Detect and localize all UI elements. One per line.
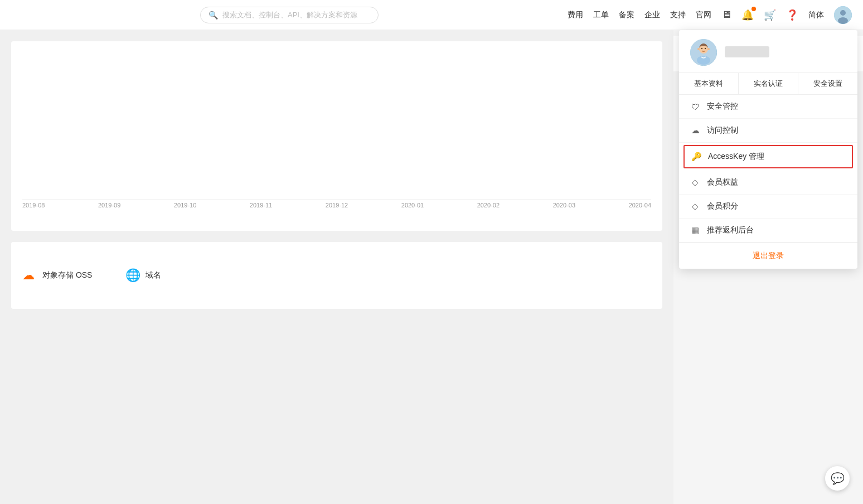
menu-access-control-label: 访问控制 xyxy=(707,125,738,135)
oss-icon: ☁ xyxy=(22,268,37,283)
search-icon: 🔍 xyxy=(209,11,218,20)
menu-access-control[interactable]: ☁ 访问控制 xyxy=(679,119,857,143)
lang-switch[interactable]: 简体 xyxy=(808,10,824,20)
logout-button[interactable]: 退出登录 xyxy=(679,243,857,269)
key-icon: 🔑 xyxy=(691,152,701,162)
svg-point-13 xyxy=(705,48,706,49)
notification-badge xyxy=(752,7,756,11)
svg-point-11 xyxy=(697,56,710,65)
menu-referral[interactable]: ▦ 推荐返利后台 xyxy=(679,219,857,243)
service-oss[interactable]: ☁ 对象存储 OSS xyxy=(22,268,92,283)
domain-label: 域名 xyxy=(146,270,161,280)
chart-baseline xyxy=(22,200,651,200)
svg-point-2 xyxy=(838,17,848,24)
service-domain[interactable]: 🌐 域名 xyxy=(125,268,161,283)
user-dropdown-menu: 基本资料 实名认证 安全设置 🛡 安全管控 ☁ 访问控制 🔑 AccessKey… xyxy=(679,30,857,269)
nav-fee[interactable]: 费用 xyxy=(568,10,583,20)
nav-support[interactable]: 支持 xyxy=(670,10,686,20)
monitor-icon[interactable]: 🖥 xyxy=(721,9,731,21)
cloud-access-icon: ☁ xyxy=(690,125,700,135)
notification-icon[interactable]: 🔔 xyxy=(741,9,754,21)
dropdown-tabs: 基本资料 实名认证 安全设置 xyxy=(679,73,857,95)
menu-member-benefits[interactable]: ◇ 会员权益 xyxy=(679,171,857,195)
diamond-icon: ◇ xyxy=(690,177,700,187)
search-bar[interactable]: 🔍 搜索文档、控制台、API、解决方案和资源 xyxy=(200,7,379,23)
dropdown-avatar xyxy=(690,39,717,66)
nav-ticket[interactable]: 工单 xyxy=(593,10,609,20)
left-panel: 2019-08 2019-09 2019-10 2019-11 2019-12 … xyxy=(0,30,673,504)
chat-bubble[interactable]: 💬 xyxy=(825,466,850,491)
navbar: 🔍 搜索文档、控制台、API、解决方案和资源 费用 工单 备案 企业 支持 官网… xyxy=(0,0,863,30)
search-placeholder: 搜索文档、控制台、API、解决方案和资源 xyxy=(222,10,357,20)
axis-label-5: 2020-01 xyxy=(401,202,424,209)
menu-security-control[interactable]: 🛡 安全管控 xyxy=(679,95,857,119)
menu-accesskey-label: AccessKey 管理 xyxy=(708,152,764,162)
dropdown-user-info xyxy=(725,46,846,59)
shield-icon: 🛡 xyxy=(690,101,700,112)
tab-realname-auth[interactable]: 实名认证 xyxy=(739,73,798,94)
axis-label-0: 2019-08 xyxy=(22,202,45,209)
axis-label-4: 2019-12 xyxy=(326,202,348,209)
axis-label-2: 2019-10 xyxy=(174,202,196,209)
dropdown-username xyxy=(725,46,769,57)
svg-point-1 xyxy=(840,10,846,16)
referral-icon: ▦ xyxy=(690,225,700,235)
dropdown-header xyxy=(679,30,857,73)
svg-point-14 xyxy=(697,48,700,50)
menu-security-control-label: 安全管控 xyxy=(707,101,738,112)
help-icon[interactable]: ❓ xyxy=(786,9,798,21)
menu-accesskey[interactable]: 🔑 AccessKey 管理 xyxy=(683,145,853,168)
menu-member-points[interactable]: ◇ 会员积分 xyxy=(679,195,857,219)
axis-label-6: 2020-02 xyxy=(477,202,500,209)
menu-referral-label: 推荐返利后台 xyxy=(707,225,754,235)
axis-label-8: 2020-04 xyxy=(629,202,651,209)
axis-label-7: 2020-03 xyxy=(553,202,575,209)
axis-label-1: 2019-09 xyxy=(98,202,120,209)
services-area: ☁ 对象存储 OSS 🌐 域名 xyxy=(11,242,662,309)
tab-basic-profile[interactable]: 基本资料 xyxy=(679,73,739,94)
axis-label-3: 2019-11 xyxy=(250,202,272,209)
svg-point-12 xyxy=(701,48,702,49)
nav-enterprise[interactable]: 企业 xyxy=(644,10,660,20)
oss-label: 对象存储 OSS xyxy=(42,270,92,280)
user-avatar[interactable] xyxy=(834,6,852,24)
menu-member-benefits-label: 会员权益 xyxy=(707,177,738,187)
domain-icon: 🌐 xyxy=(125,268,140,283)
tab-security-settings[interactable]: 安全设置 xyxy=(798,73,857,94)
points-icon: ◇ xyxy=(690,201,700,211)
svg-point-15 xyxy=(707,48,710,50)
cart-icon[interactable]: 🛒 xyxy=(764,9,776,21)
navbar-left: 🔍 搜索文档、控制台、API、解决方案和资源 xyxy=(11,7,568,23)
chart-area: 2019-08 2019-09 2019-10 2019-11 2019-12 … xyxy=(11,41,662,231)
nav-website[interactable]: 官网 xyxy=(696,10,711,20)
nav-filing[interactable]: 备案 xyxy=(619,10,634,20)
menu-member-points-label: 会员积分 xyxy=(707,201,738,211)
navbar-right: 费用 工单 备案 企业 支持 官网 🖥 🔔 🛒 ❓ 简体 xyxy=(568,6,852,24)
chart-axis: 2019-08 2019-09 2019-10 2019-11 2019-12 … xyxy=(22,202,651,209)
